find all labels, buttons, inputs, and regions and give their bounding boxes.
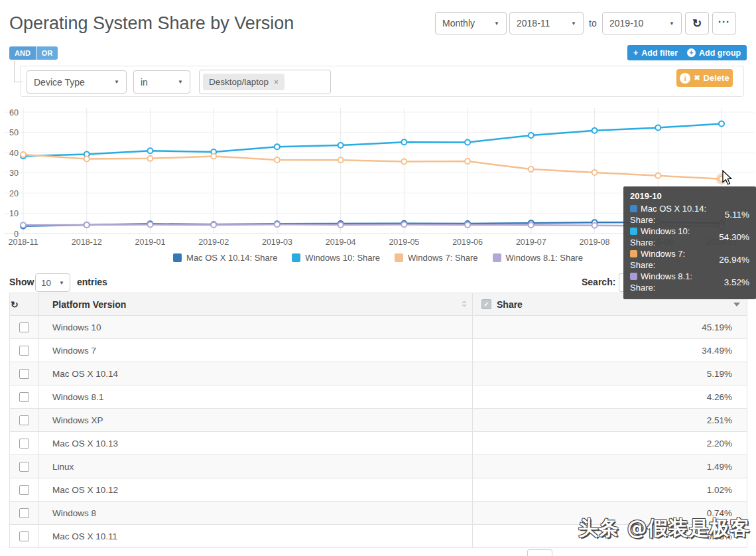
tooltip-title: 2019-10: [630, 191, 749, 201]
svg-text:2019-03: 2019-03: [262, 238, 292, 247]
row-checkbox[interactable]: [19, 508, 29, 518]
filter-operator-value: in: [141, 77, 148, 88]
column-header-platform-version[interactable]: Platform Version: [39, 293, 473, 316]
refresh-icon: ↻: [11, 299, 19, 310]
legend-item[interactable]: Windows 7: Share: [395, 253, 478, 263]
chevron-down-icon: ▼: [54, 280, 64, 286]
row-checkbox[interactable]: [19, 485, 29, 495]
info-icon[interactable]: i: [680, 73, 690, 84]
row-checkbox[interactable]: [19, 346, 29, 356]
add-group-label: Add group: [699, 48, 741, 58]
plus-icon: +: [633, 48, 638, 58]
plus-circle-icon: +: [687, 48, 696, 57]
page-size-select[interactable]: 10 ▼: [35, 273, 70, 292]
date-from-select[interactable]: 2018-11 ▼: [509, 12, 584, 35]
refresh-button[interactable]: ↻: [685, 12, 709, 35]
table-row: Linux1.49%: [10, 455, 747, 478]
platform-cell: Mac OS X 10.13: [39, 432, 473, 455]
row-checkbox[interactable]: [19, 531, 29, 541]
tooltip-series-label: Mac OS X 10.14:Share:: [630, 203, 710, 226]
table-row: Windows 734.49%: [10, 339, 747, 362]
legend-item[interactable]: Windows 10: Share: [292, 253, 380, 263]
sort-desc-icon[interactable]: [733, 303, 740, 307]
svg-text:2019-02: 2019-02: [198, 238, 229, 247]
legend-swatch: [173, 253, 182, 262]
legend-swatch: [493, 253, 501, 262]
svg-text:2019-05: 2019-05: [389, 238, 419, 247]
pagination-button-partial[interactable]: [527, 549, 552, 556]
filter-operator-select[interactable]: in ▼: [133, 70, 190, 94]
platform-cell: Mac OS X 10.12: [39, 478, 473, 502]
tooltip-series-label: Windows 10:Share:: [630, 226, 710, 248]
share-cell: 45.19%: [473, 316, 747, 339]
remove-tag-icon[interactable]: ×: [274, 78, 279, 87]
to-label: to: [589, 18, 597, 29]
date-from-value: 2018-11: [517, 18, 550, 29]
row-checkbox[interactable]: [19, 369, 29, 379]
platform-share-table: ↻ Platform Version ✓ Share Windows 1045.…: [9, 293, 747, 548]
chevron-down-icon: ▼: [172, 79, 183, 85]
svg-text:50: 50: [9, 128, 19, 137]
table-row: Mac OS X 10.145.19%: [10, 362, 747, 385]
date-to-select[interactable]: 2019-10 ▼: [602, 12, 682, 35]
entries-label: entries: [77, 277, 107, 287]
row-checkbox[interactable]: [19, 462, 29, 472]
or-button[interactable]: OR: [36, 46, 58, 60]
granularity-select[interactable]: Monthly ▼: [435, 12, 507, 35]
table-row: Windows XP2.51%: [10, 409, 747, 432]
legend-item[interactable]: Windows 8.1: Share: [493, 253, 583, 263]
share-cell: 4.26%: [473, 385, 747, 409]
row-checkbox[interactable]: [19, 392, 29, 402]
share-cell: 34.49%: [473, 339, 747, 362]
tooltip-rows: Mac OS X 10.14:Share:5.11%Windows 10:Sha…: [630, 203, 749, 293]
root: Operating System Share by Version Monthl…: [0, 0, 756, 556]
chevron-down-icon: ▼: [489, 21, 499, 27]
and-or-toggle: AND OR: [9, 46, 58, 60]
tooltip-value: 26.94%: [710, 254, 749, 265]
tooltip-row: Mac OS X 10.14:Share:5.11%: [630, 203, 749, 226]
more-options-button[interactable]: ···: [712, 12, 736, 35]
legend-label: Windows 7: Share: [408, 253, 478, 263]
filter-field-select[interactable]: Device Type ▼: [27, 70, 127, 94]
tooltip-swatch: [630, 228, 637, 235]
filter-values-input[interactable]: Desktop/laptop ×: [199, 70, 331, 94]
table-refresh-button[interactable]: ↻: [10, 293, 39, 316]
delete-label: Delete: [704, 73, 729, 83]
filter-field-value: Device Type: [34, 77, 85, 88]
add-group-button[interactable]: + Add group: [681, 45, 747, 60]
refresh-icon: ↻: [692, 17, 702, 31]
svg-text:2019-06: 2019-06: [452, 238, 483, 247]
chart-tooltip: 2019-10 Mac OS X 10.14:Share:5.11%Window…: [623, 186, 756, 299]
watermark: 头条 @假装是极客: [578, 515, 750, 542]
svg-text:20: 20: [9, 189, 19, 198]
platform-cell: Windows 8.1: [39, 385, 473, 409]
svg-text:2019-07: 2019-07: [516, 238, 546, 247]
svg-text:2018-12: 2018-12: [72, 238, 102, 247]
filter-connector-line: [14, 60, 15, 82]
share-column-checkbox[interactable]: ✓: [481, 299, 491, 309]
page-title: Operating System Share by Version: [9, 13, 294, 34]
legend-item[interactable]: Mac OS X 10.14: Share: [173, 253, 277, 263]
add-filter-label: Add filter: [641, 48, 678, 58]
share-cell: 2.20%: [473, 432, 747, 455]
filter-group-box: [20, 66, 744, 97]
svg-text:30: 30: [9, 169, 19, 178]
tooltip-value: 3.52%: [724, 277, 749, 288]
tooltip-value: 5.11%: [710, 209, 749, 220]
svg-text:2019-08: 2019-08: [580, 238, 610, 247]
delete-filter-button[interactable]: i ✖ Delete: [676, 69, 733, 87]
table-row: Windows 8.14.26%: [10, 385, 747, 409]
svg-text:60: 60: [9, 108, 19, 117]
mouse-cursor: [721, 170, 733, 185]
row-checkbox[interactable]: [19, 439, 29, 449]
row-checkbox[interactable]: [19, 322, 29, 332]
tooltip-row: Windows 10:Share:54.30%: [630, 226, 749, 248]
chevron-down-icon: ▼: [664, 21, 674, 27]
sort-icon[interactable]: [462, 301, 467, 307]
add-filter-button[interactable]: + Add filter: [627, 45, 684, 60]
tooltip-series-label: Windows 8.1:Share:: [630, 271, 724, 293]
svg-text:2019-04: 2019-04: [326, 238, 356, 247]
chevron-down-icon: ▼: [566, 21, 576, 27]
and-button[interactable]: AND: [9, 46, 36, 60]
row-checkbox[interactable]: [19, 415, 29, 425]
